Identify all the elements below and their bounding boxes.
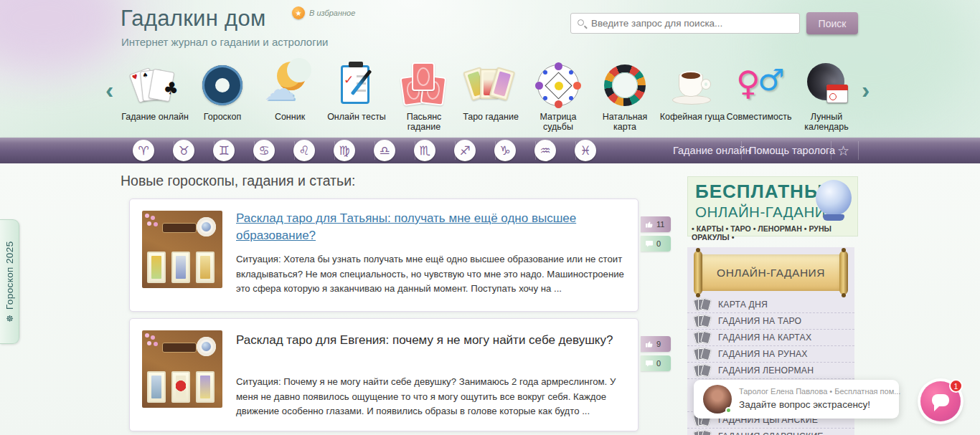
- zodiac-icon-leo[interactable]: ♌: [293, 140, 315, 161]
- zodiac-wheel-icon: [197, 62, 248, 109]
- playing-cards-icon: ♥ ♠ ♣: [129, 62, 181, 109]
- carousel-prev-arrow[interactable]: ‹: [105, 77, 113, 102]
- zodiac-icon-aquarius[interactable]: ♒: [534, 140, 556, 161]
- article-title-link[interactable]: Расклад таро для Татьяны: получать мне е…: [236, 210, 620, 244]
- zodiac-icon-capricorn[interactable]: ♑: [494, 140, 516, 161]
- male-glyph: ♂: [758, 59, 785, 102]
- sidebar-item-label: ГАДАНИЯ НА КАРТАХ: [718, 333, 811, 343]
- likes-badge[interactable]: 11: [641, 216, 671, 232]
- zodiac-icon-aries[interactable]: ♈: [133, 140, 154, 161]
- likes-count: 11: [656, 220, 664, 229]
- carousel-item-label: Онлайн тесты: [323, 112, 390, 122]
- favorite-star-icon[interactable]: ★: [292, 6, 305, 19]
- nav-link-pomosch-tarologa[interactable]: Помощь таролога: [749, 138, 835, 163]
- crystal-ball-base: [823, 214, 844, 221]
- card-fan-icon: [694, 331, 712, 344]
- coffee-cup-icon: [666, 62, 718, 109]
- carousel-item-sonnik[interactable]: ☁ Сонник: [256, 62, 324, 122]
- flower-wheel-icon: ☸: [4, 312, 14, 322]
- zodiac-icon-pisces[interactable]: ♓: [575, 140, 596, 161]
- sidebar-item-label: КАРТА ДНЯ: [718, 300, 768, 310]
- sidebar-item-karta-dnya[interactable]: КАРТА ДНЯ: [687, 297, 854, 313]
- cloud-glyph: ☁: [264, 72, 296, 106]
- banner-line2: ОНЛАЙН-ГАДАНИЯ: [695, 204, 837, 221]
- carousel-item-label: Лунный календарь: [793, 112, 860, 132]
- carousel-item-label: Гороскоп: [189, 112, 256, 122]
- nav-star-icon[interactable]: ☆: [837, 138, 849, 163]
- moon-calendar-icon: [801, 62, 852, 109]
- zodiac-icon-gemini[interactable]: ♊: [213, 140, 235, 161]
- horoscope-2025-tab[interactable]: ☸ Гороскоп 2025: [0, 219, 19, 344]
- comment-icon: [645, 239, 654, 248]
- carousel-item-pasyans[interactable]: Пасьянс гадание: [390, 62, 458, 132]
- carousel-item-kofe[interactable]: Кофейная гуща: [659, 62, 726, 122]
- carousel-item-label: Натальная карта: [591, 112, 659, 132]
- article-excerpt: Ситуация: Почему я не могу найти себе де…: [236, 375, 629, 419]
- zodiac-icon-sagittarius[interactable]: ♐: [454, 140, 476, 161]
- zodiac-icon-libra[interactable]: ♎: [374, 140, 395, 161]
- thumbs-up-icon: [645, 340, 654, 348]
- likes-count: 9: [656, 340, 661, 348]
- matrix-circle-icon: [532, 62, 584, 109]
- article-card: Расклад таро для Татьяны: получать мне е…: [129, 199, 639, 312]
- chat-header-text: Таролог Елена Павлова • Бесплатная пом..…: [739, 387, 900, 396]
- scroll-banner: ОНЛАЙН-ГАДАНИЯ: [694, 252, 848, 293]
- zodiac-icon-virgo[interactable]: ♍: [334, 140, 355, 161]
- sidebar-item-label: ГАДАНИЯ НА ТАРО: [718, 316, 801, 326]
- sidebar-item-gadania-slavyanskie[interactable]: ГАДАНИЯ СЛАВЯНСКИЕ: [687, 429, 854, 435]
- background-decoration: [0, 0, 122, 72]
- comments-badge[interactable]: 0: [641, 236, 671, 252]
- card-suit: ♣: [159, 77, 182, 100]
- article-thumbnail[interactable]: [142, 211, 222, 288]
- sidebar-item-gadania-na-kartah[interactable]: ГАДАНИЯ НА КАРТАХ: [687, 330, 854, 346]
- comments-count: 0: [656, 239, 661, 248]
- tarot-cards-icon: [465, 62, 517, 109]
- search-button[interactable]: Поиск: [806, 12, 858, 34]
- free-gadania-banner[interactable]: БЕСПЛАТНЫЕ ОНЛАЙН-ГАДАНИЯ • КАРТЫ • ТАРО…: [687, 176, 858, 236]
- chat-button[interactable]: 1: [920, 381, 961, 421]
- search-input[interactable]: [591, 14, 798, 33]
- crystal-ball-icon: [816, 180, 852, 216]
- sidebar-item-label: ГАДАНИЯ СЛАВЯНСКИЕ: [718, 431, 824, 435]
- carousel-item-taro[interactable]: Таро гадание: [457, 62, 524, 122]
- nav-link-gadanie-online[interactable]: Гадание онлайн: [673, 138, 751, 163]
- sidebar-item-label: ГАДАНИЯ НА РУНАХ: [718, 349, 808, 359]
- female-glyph: ♀: [736, 62, 760, 105]
- section-heading: Новые гороскопы, гадания и статьи:: [121, 173, 356, 189]
- carousel-item-matrica[interactable]: Матрица судьбы: [524, 62, 592, 132]
- zodiac-icon-taurus[interactable]: ♉: [173, 140, 194, 161]
- carousel-item-online-testy[interactable]: ✓ Онлайн тесты: [323, 62, 390, 122]
- carousel-item-gadanie-online[interactable]: ♥ ♠ ♣ Гадание онлайн: [121, 62, 189, 122]
- comments-count: 0: [656, 359, 661, 368]
- comment-icon: [645, 359, 654, 368]
- chat-widget[interactable]: Таролог Елена Павлова • Бесплатная пом..…: [694, 380, 899, 419]
- moon-cloud-icon: ☁: [264, 62, 316, 109]
- likes-badge[interactable]: 9: [641, 336, 671, 352]
- site-logo[interactable]: Гадалкин дом: [121, 6, 266, 32]
- favorite-link[interactable]: В избранное: [309, 9, 355, 17]
- carousel-item-goroskop[interactable]: Гороскоп: [189, 62, 256, 122]
- card-fan-icon: [694, 315, 712, 328]
- carousel-item-sovmestimost[interactable]: ♀ ♂ Совместимость: [725, 62, 793, 122]
- zodiac-icon-scorpio[interactable]: ♏: [414, 140, 435, 161]
- article-thumbnail[interactable]: [142, 330, 222, 408]
- sidebar-item-gadania-na-runah[interactable]: ГАДАНИЯ НА РУНАХ: [687, 346, 854, 363]
- gender-symbols-icon: ♀ ♂: [733, 62, 785, 109]
- carousel-next-arrow[interactable]: ›: [862, 77, 870, 102]
- article-title[interactable]: Расклад таро для Евгения: почему я не мо…: [236, 332, 620, 349]
- search-icon: [578, 19, 584, 26]
- carousel-item-label: Пасьянс гадание: [390, 112, 458, 132]
- side-tab-label: Гороскоп 2025: [4, 241, 15, 310]
- zodiac-navbar: ♈ ♉ ♊ ♋ ♌ ♍ ♎ ♏ ♐ ♑ ♒ ♓ Гадание онлайн П…: [0, 138, 980, 163]
- site-tagline: Интернет журнал о гадании и астрологии: [121, 36, 328, 48]
- sidebar-item-gadania-lenorman[interactable]: ГАДАНИЯ ЛЕНОРМАН: [687, 363, 854, 379]
- online-status-dot: [725, 407, 732, 414]
- carousel-item-natal[interactable]: Натальная карта: [591, 62, 659, 132]
- comments-badge[interactable]: 0: [641, 355, 671, 371]
- zodiac-icon-cancer[interactable]: ♋: [253, 140, 275, 161]
- chat-unread-badge: 1: [949, 379, 963, 393]
- carousel-item-label: Таро гадание: [457, 112, 524, 122]
- carousel-item-lunny-kalendar[interactable]: Лунный календарь: [793, 62, 860, 132]
- sidebar-item-gadania-na-taro[interactable]: ГАДАНИЯ НА ТАРО: [687, 313, 854, 330]
- chat-bubble-icon: [932, 394, 949, 406]
